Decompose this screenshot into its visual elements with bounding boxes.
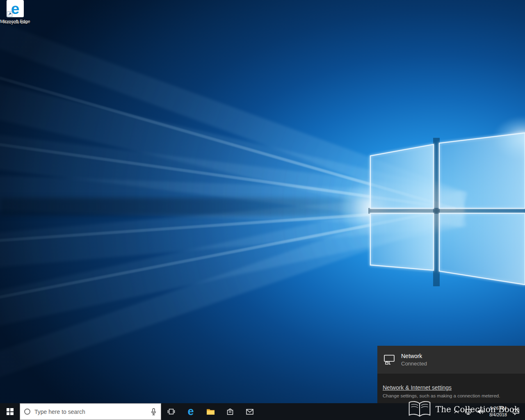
network-tray-icon[interactable]	[465, 409, 472, 415]
network-connection-item[interactable]: Network Connected	[377, 346, 525, 374]
taskbar: e 9:26 AM	[0, 403, 525, 420]
network-item-text: Network Connected	[401, 353, 427, 367]
clock-time: 9:26 AM	[489, 405, 507, 411]
system-tray: 9:26 AM 8/4/2018	[454, 403, 525, 420]
taskbar-edge-button[interactable]: e	[181, 403, 201, 420]
network-name: Network	[401, 353, 427, 359]
taskbar-mail-button[interactable]	[240, 403, 260, 420]
edge-icon: e	[7, 0, 24, 17]
taskbar-clock[interactable]: 9:26 AM 8/4/2018	[489, 405, 507, 418]
windows-logo-icon	[7, 408, 14, 415]
taskbar-search[interactable]	[20, 403, 161, 420]
cortana-icon	[24, 409, 30, 415]
microphone-icon[interactable]	[151, 408, 157, 415]
start-button[interactable]	[0, 403, 20, 420]
search-input[interactable]	[34, 409, 146, 415]
network-flyout: Network Connected Network & Internet set…	[377, 346, 525, 403]
edge-icon: e	[187, 406, 194, 417]
ethernet-icon	[383, 354, 395, 365]
chevron-up-icon[interactable]	[454, 410, 459, 414]
network-flyout-footer: Network & Internet settings Change setti…	[383, 384, 520, 398]
taskbar-store-button[interactable]	[220, 403, 240, 420]
taskbar-file-explorer-button[interactable]	[201, 403, 220, 420]
mail-icon	[246, 409, 253, 415]
network-status: Connected	[401, 361, 427, 367]
task-view-button[interactable]	[161, 403, 181, 420]
desktop-icon-microsoft-edge[interactable]: e Microsoft Edge	[0, 0, 30, 24]
store-icon	[226, 408, 234, 415]
volume-icon[interactable]	[477, 409, 484, 415]
network-settings-description: Change settings, such as making a connec…	[383, 393, 520, 398]
file-explorer-icon	[206, 408, 215, 415]
task-view-icon	[167, 408, 175, 415]
action-center-icon[interactable]	[512, 408, 520, 415]
network-internet-settings-link[interactable]: Network & Internet settings	[383, 384, 452, 391]
clock-date: 8/4/2018	[489, 412, 507, 418]
desktop-icon-label: Microsoft Edge	[0, 18, 30, 24]
shortcut-arrow-icon	[7, 11, 12, 17]
